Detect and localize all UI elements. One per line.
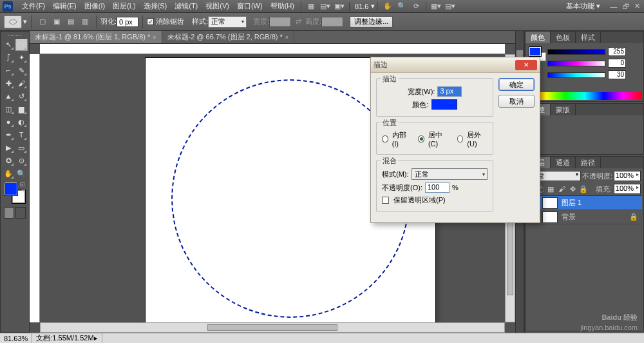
refine-edge-button[interactable]: 调整边缘... bbox=[350, 16, 393, 28]
standard-mode-button[interactable] bbox=[4, 207, 14, 219]
marquee-tool[interactable]: ◌ bbox=[15, 38, 28, 51]
cancel-button[interactable]: 取消 bbox=[498, 95, 535, 108]
lock-all-icon[interactable]: 🔒 bbox=[579, 184, 588, 193]
menu-edit[interactable]: 编辑(E) bbox=[49, 1, 80, 11]
eraser-tool[interactable]: ◫ bbox=[2, 103, 15, 115]
stroke-color-chip[interactable] bbox=[431, 99, 457, 110]
sel-intersect-icon[interactable]: ▥ bbox=[80, 17, 90, 26]
status-zoom[interactable]: 81.63% bbox=[0, 333, 32, 343]
3d-camera-tool[interactable]: ⊙ bbox=[15, 154, 28, 167]
stroke-width-input[interactable]: 3 px bbox=[437, 86, 462, 97]
menu-view[interactable]: 视图(V) bbox=[202, 1, 233, 11]
screen-mode-icon[interactable]: ▣▾ bbox=[334, 2, 345, 11]
3d-tool[interactable]: ✪ bbox=[2, 154, 15, 167]
current-tool-indicator[interactable] bbox=[4, 15, 22, 28]
eyedropper-tool[interactable]: ✎ bbox=[15, 64, 28, 77]
guides-icon[interactable]: ▤▾ bbox=[445, 2, 455, 11]
tab-channels[interactable]: 通道 bbox=[551, 157, 576, 168]
dodge-tool[interactable]: ◐ bbox=[15, 115, 28, 128]
sel-add-icon[interactable]: ▣ bbox=[52, 17, 62, 26]
document-tab[interactable]: 未标题-2 @ 66.7% (图层 2, RGB/8) *× bbox=[162, 31, 295, 43]
pen-tool[interactable]: ✒ bbox=[2, 128, 15, 141]
r-value[interactable]: 0 bbox=[608, 59, 626, 68]
pos-center-radio[interactable] bbox=[418, 135, 424, 142]
lock-pixels-icon[interactable]: 🖌 bbox=[557, 184, 566, 193]
opacity-input[interactable]: 100% bbox=[614, 171, 641, 181]
dock-icon[interactable] bbox=[516, 50, 523, 57]
feather-input[interactable]: 0 px bbox=[117, 17, 138, 27]
sel-new-icon[interactable]: ▢ bbox=[37, 17, 48, 26]
preserve-transparency-checkbox[interactable] bbox=[382, 197, 389, 204]
default-colors-icon[interactable]: ◱ bbox=[20, 181, 25, 187]
dialog-close-button[interactable]: ✕ bbox=[515, 60, 537, 70]
extras-icon[interactable]: ▦▾ bbox=[431, 2, 441, 11]
pos-outside-radio[interactable] bbox=[457, 135, 464, 142]
layer-thumbnail[interactable] bbox=[542, 211, 558, 223]
dialog-titlebar[interactable]: 描边 ✕ bbox=[371, 57, 540, 73]
close-icon[interactable]: × bbox=[285, 34, 289, 41]
path-select-tool[interactable]: ▶ bbox=[2, 141, 15, 154]
panel-fg-swatch[interactable] bbox=[529, 47, 541, 56]
zoom-value[interactable]: 81.6 bbox=[355, 3, 368, 10]
b-slider[interactable] bbox=[547, 49, 605, 55]
hand-tool[interactable]: ✋ bbox=[2, 167, 15, 180]
menu-filter[interactable]: 滤镜(T) bbox=[171, 1, 202, 11]
menu-image[interactable]: 图像(I) bbox=[80, 1, 109, 11]
quickmask-mode-button[interactable] bbox=[15, 207, 26, 219]
tab-masks[interactable]: 蒙版 bbox=[551, 104, 576, 115]
antialias-checkbox[interactable] bbox=[147, 18, 154, 25]
style-select[interactable]: 正常 bbox=[208, 16, 247, 28]
lock-transparent-icon[interactable]: ▦ bbox=[546, 184, 555, 193]
history-brush-tool[interactable]: ↺ bbox=[15, 90, 28, 103]
stamp-tool[interactable]: ▲ bbox=[2, 90, 15, 103]
g-slider[interactable] bbox=[547, 72, 605, 78]
blur-tool[interactable]: ● bbox=[2, 115, 15, 128]
lock-position-icon[interactable]: ✥ bbox=[568, 184, 577, 193]
close-icon[interactable]: × bbox=[153, 34, 156, 41]
layer-thumbnail[interactable] bbox=[542, 197, 558, 209]
blend-opacity-input[interactable]: 100 bbox=[425, 182, 450, 193]
layer-name[interactable]: 背景 bbox=[560, 212, 629, 222]
arrange-docs-icon[interactable]: ▤▾ bbox=[320, 2, 330, 11]
b-value[interactable]: 255 bbox=[608, 47, 626, 56]
toolbox-grip[interactable] bbox=[2, 33, 28, 38]
ok-button[interactable]: 确定 bbox=[498, 78, 535, 91]
swap-colors-icon[interactable]: ⤭ bbox=[21, 188, 26, 194]
quick-select-tool[interactable]: ✦ bbox=[15, 51, 28, 64]
pos-inside-radio[interactable] bbox=[382, 135, 388, 142]
shape-tool[interactable]: ▭ bbox=[15, 141, 28, 154]
layer-row[interactable]: 👁 背景 🔒 bbox=[527, 210, 642, 224]
restore-button[interactable]: 🗗 bbox=[621, 3, 630, 10]
menu-layer[interactable]: 图层(L) bbox=[109, 1, 139, 11]
layer-row[interactable]: 👁 图层 1 bbox=[527, 196, 642, 210]
hand-icon[interactable]: ✋ bbox=[383, 2, 393, 11]
type-tool[interactable]: T bbox=[15, 128, 28, 141]
zoom-tool[interactable]: 🔍 bbox=[15, 167, 28, 180]
minimize-button[interactable]: — bbox=[609, 3, 618, 10]
color-spectrum[interactable] bbox=[527, 92, 642, 100]
workspace-switcher[interactable]: 基本功能 ▾ bbox=[562, 1, 604, 11]
foreground-swatch[interactable] bbox=[5, 182, 17, 195]
menu-help[interactable]: 帮助(H) bbox=[267, 1, 298, 11]
g-value[interactable]: 30 bbox=[608, 70, 626, 79]
r-slider[interactable] bbox=[547, 61, 605, 66]
lasso-tool[interactable]: ʃ bbox=[2, 51, 15, 64]
tab-color[interactable]: 颜色 bbox=[526, 32, 551, 43]
menu-file[interactable]: 文件(F) bbox=[18, 1, 49, 11]
layer-name[interactable]: 图层 1 bbox=[560, 198, 642, 208]
crop-tool[interactable]: ⌐ bbox=[2, 64, 15, 77]
gradient-tool[interactable]: ▆ bbox=[15, 103, 28, 115]
document-tab[interactable]: 未标题-1 @ 81.6% (图层 1, RGB/8) *× bbox=[30, 31, 162, 43]
healing-tool[interactable]: ✚ bbox=[2, 77, 15, 90]
close-button[interactable]: ✕ bbox=[632, 3, 641, 10]
move-tool[interactable]: ↖ bbox=[2, 38, 15, 51]
horizontal-scrollbar[interactable] bbox=[40, 322, 505, 333]
tab-swatches[interactable]: 色板 bbox=[551, 32, 576, 43]
tab-paths[interactable]: 路径 bbox=[576, 157, 601, 168]
brush-tool[interactable]: 🖌 bbox=[15, 77, 28, 90]
zoom-icon[interactable]: 🔍 bbox=[397, 2, 407, 11]
menu-select[interactable]: 选择(S) bbox=[140, 1, 171, 11]
status-doc-size[interactable]: 文档:1.55M/1.52M ▸ bbox=[32, 333, 102, 343]
launch-bridge-icon[interactable]: ▦ bbox=[306, 2, 316, 11]
sel-sub-icon[interactable]: ▤ bbox=[66, 17, 76, 26]
